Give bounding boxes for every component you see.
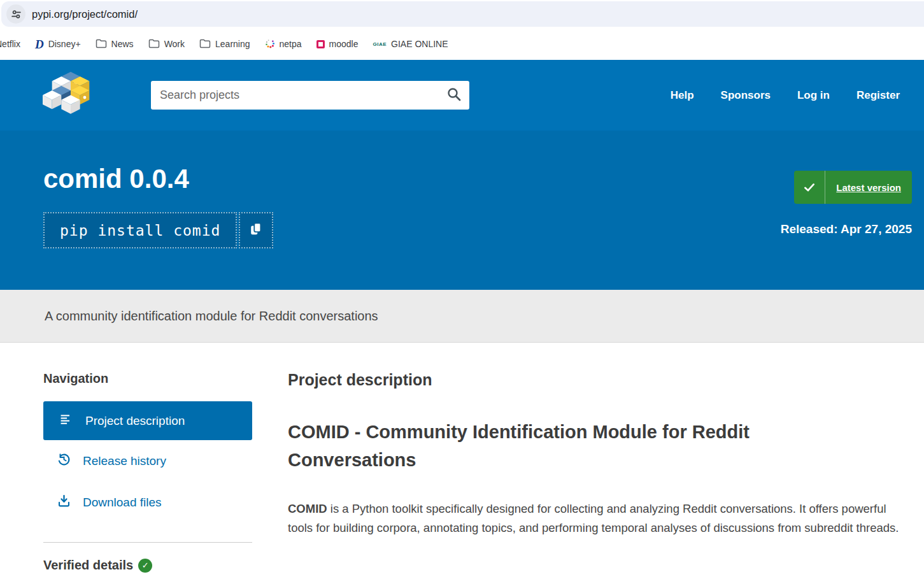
giae-icon: GIAE — [373, 41, 387, 47]
bookmark-learning[interactable]: Learning — [199, 38, 250, 50]
main-area: Navigation Project description Release h… — [0, 343, 924, 579]
project-summary: A community identification module for Re… — [0, 290, 924, 343]
sponsors-link[interactable]: Sponsors — [721, 89, 771, 102]
content-section-heading: Project description — [288, 371, 432, 389]
sidebar-divider — [43, 542, 252, 543]
help-link[interactable]: Help — [671, 89, 694, 102]
color-dots-icon — [265, 38, 275, 50]
folder-icon — [148, 38, 160, 50]
copy-button[interactable] — [239, 212, 273, 248]
folder-icon — [199, 38, 211, 50]
moodle-icon — [316, 40, 325, 48]
tune-icon[interactable] — [6, 4, 25, 24]
search-input[interactable] — [151, 81, 469, 110]
login-link[interactable]: Log in — [797, 89, 830, 102]
sidebar-item-label: Release history — [83, 454, 166, 468]
download-icon — [57, 494, 71, 511]
bookmark-disney[interactable]: D Disney+ — [35, 38, 81, 50]
released-date: Released: Apr 27, 2025 — [781, 222, 912, 236]
bookmarks-bar: Netflix D Disney+ News Work Learning — [0, 28, 924, 60]
sidebar-item-label: Project description — [85, 414, 185, 428]
address-bar[interactable]: pypi.org/project/comid/ — [1, 1, 924, 27]
bookmark-netflix[interactable]: Netflix — [0, 39, 20, 49]
search-icon — [446, 94, 462, 104]
bookmark-work[interactable]: Work — [148, 38, 185, 50]
check-icon — [794, 171, 825, 204]
sidebar-item-label: Download files — [83, 496, 162, 510]
pypi-header: Help Sponsors Log in Register — [0, 60, 924, 131]
align-left-icon — [60, 413, 72, 429]
disney-icon: D — [35, 38, 44, 50]
bookmark-giae[interactable]: GIAE GIAE ONLINE — [373, 39, 448, 49]
url-text: pypi.org/project/comid/ — [32, 8, 138, 20]
project-banner: comid 0.0.4 pip install comid Latest ver… — [0, 131, 924, 290]
readme-paragraph-bold: COMID — [288, 502, 327, 515]
project-title: comid 0.0.4 — [43, 164, 189, 194]
bookmark-news[interactable]: News — [96, 38, 134, 50]
copy-icon — [249, 222, 263, 239]
verified-check-icon: ✓ — [138, 559, 152, 573]
verified-details-heading: Verified details ✓ — [43, 558, 152, 573]
sidebar-item-release-history[interactable]: Release history — [57, 453, 166, 469]
install-command: pip install comid — [43, 212, 237, 248]
folder-icon — [96, 38, 107, 50]
browser-toolbar: pypi.org/project/comid/ — [0, 0, 924, 28]
bookmark-moodle[interactable]: moodle — [316, 39, 359, 49]
pypi-logo[interactable] — [43, 69, 99, 121]
sidebar-heading: Navigation — [43, 371, 108, 386]
latest-version-link[interactable]: Latest version — [825, 171, 912, 204]
bookmark-netpa[interactable]: netpa — [265, 38, 302, 50]
search-button[interactable] — [441, 83, 467, 107]
latest-version-badge[interactable]: Latest version — [794, 171, 912, 204]
readme-title: COMID - Community Identification Module … — [288, 418, 797, 474]
register-link[interactable]: Register — [856, 89, 900, 102]
sidebar-item-project-description[interactable]: Project description — [43, 401, 252, 440]
sidebar-item-download-files[interactable]: Download files — [57, 494, 162, 511]
history-icon — [57, 453, 71, 469]
readme-paragraph: COMID is a Python toolkit specifically d… — [288, 499, 900, 537]
